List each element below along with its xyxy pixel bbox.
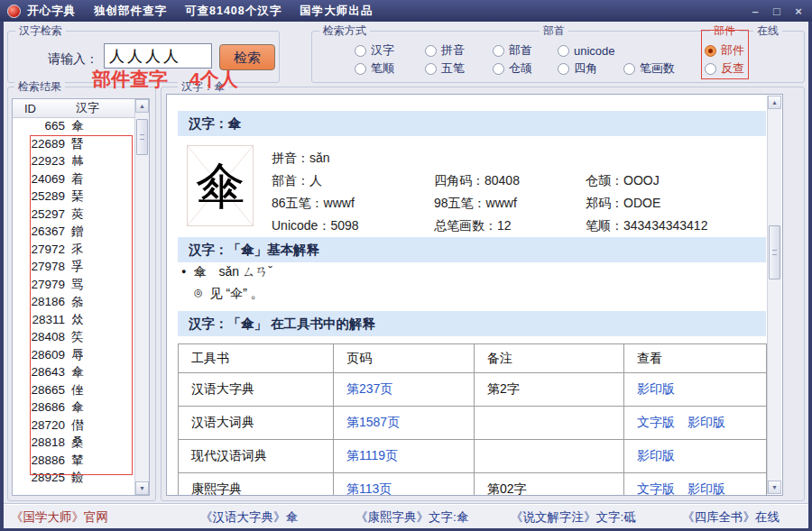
list-item[interactable]: 28643傘 <box>13 363 134 381</box>
table-row: 康熙字典第113页第02字文字版影印版 <box>179 473 767 497</box>
view-link[interactable]: 影印版 <box>637 381 675 396</box>
list-item[interactable]: 22689朁 <box>13 135 134 153</box>
detail-scrollbar[interactable]: ▲ ▼ <box>767 96 781 494</box>
scroll-down-button[interactable]: ▼ <box>768 481 781 494</box>
radio-option[interactable]: 笔顺 <box>355 61 394 76</box>
list-item[interactable]: 26367鏳 <box>13 223 134 241</box>
radio-circle-icon[interactable] <box>355 63 366 75</box>
radio-circle-icon[interactable] <box>425 63 437 75</box>
field-value: OOOJ <box>623 173 660 188</box>
table-row: 汉语大词典第1587页文字版影印版 <box>179 407 767 440</box>
radio-label: 四角 <box>574 60 597 77</box>
close-button[interactable]: × <box>792 5 805 18</box>
list-item[interactable]: 28408笶 <box>13 328 134 346</box>
radio-option[interactable]: 部首 <box>493 43 532 58</box>
list-item[interactable]: 28686傘 <box>13 398 134 417</box>
scrollbar-thumb[interactable] <box>136 119 148 155</box>
view-link[interactable]: 影印版 <box>687 415 725 429</box>
definition-line: ●傘 sǎn ㄙㄢˇ <box>181 264 272 280</box>
result-char: 鐱 <box>71 469 84 487</box>
list-item[interactable]: 28311𠈌 <box>13 311 134 329</box>
status-link[interactable]: 《汉语大字典》傘 <box>200 509 298 526</box>
radio-circle-icon[interactable] <box>425 45 437 57</box>
page-link[interactable]: 第1119页 <box>346 448 398 462</box>
radio-option[interactable]: 汉字 <box>355 43 394 58</box>
book-name-cell: 汉语大词典 <box>179 407 334 440</box>
view-link[interactable]: 影印版 <box>687 481 725 496</box>
list-item[interactable]: 28665侳 <box>13 381 134 399</box>
radio-circle-icon[interactable] <box>705 45 716 57</box>
maximize-button[interactable]: □ <box>770 5 783 18</box>
list-item[interactable]: 27972乑 <box>13 241 134 259</box>
definition-text: 见 “伞” 。 <box>210 286 263 300</box>
list-item[interactable]: 25289琹 <box>13 188 134 206</box>
basic-definitions: ●傘 sǎn ㄙㄢˇ◎见 “伞” 。 <box>181 264 741 309</box>
status-link[interactable]: 《国学大师》官网 <box>11 509 108 526</box>
list-item[interactable]: 28886輦 <box>13 452 134 470</box>
radio-option[interactable]: 拼音 <box>425 43 465 58</box>
scroll-up-button[interactable]: ▲ <box>135 99 149 113</box>
list-item[interactable]: 28720僣 <box>13 417 134 435</box>
minimize-button[interactable]: – <box>749 5 761 18</box>
radio-label: 汉字 <box>371 42 394 59</box>
radio-circle-icon[interactable] <box>705 63 716 75</box>
radio-option[interactable]: 反查 <box>705 61 744 76</box>
list-item[interactable]: 28186叅 <box>13 293 134 311</box>
radio-circle-icon[interactable] <box>558 45 569 57</box>
field-value: ODOE <box>623 196 660 210</box>
result-id: 22923 <box>13 152 65 170</box>
scrollbar-thumb[interactable] <box>769 225 780 279</box>
radio-option[interactable]: 笔画数 <box>623 61 675 76</box>
book-name-cell: 汉语大字典 <box>179 373 334 407</box>
table-column-header: 查看 <box>624 344 767 373</box>
radio-circle-icon[interactable] <box>493 45 504 57</box>
scroll-down-button[interactable]: ▼ <box>135 481 149 495</box>
view-link[interactable]: 影印版 <box>637 448 675 462</box>
radio-option[interactable]: 仓颉 <box>493 61 532 76</box>
field: 98五笔wwwf <box>434 196 517 212</box>
list-item[interactable]: 28818桑 <box>13 434 134 452</box>
radio-grid: 汉字笔顺拼音五笔部首仓颉unicode四角笔画数部件反查 <box>312 32 804 82</box>
status-link[interactable]: 《说文解字注》文字:砥 <box>511 509 636 526</box>
list-item[interactable]: 665傘 <box>13 117 134 135</box>
list-item[interactable]: 27978孚 <box>13 258 134 276</box>
field-label: 拼音 <box>272 151 309 165</box>
page-cell: 第237页 <box>334 373 475 407</box>
status-link[interactable]: 《四库全书》在线 <box>682 509 780 526</box>
list-item[interactable]: 22923𣏟 <box>13 152 134 170</box>
list-item[interactable]: 24069着 <box>13 170 134 188</box>
char-fields: 拼音sǎn部首人四角码80408仓颉OOOJ86五笔wwwf98五笔wwwf郑码… <box>272 151 770 244</box>
scroll-up-button[interactable]: ▲ <box>768 96 781 109</box>
character-search-input[interactable] <box>104 43 212 69</box>
page-link[interactable]: 第237页 <box>346 381 392 396</box>
status-link[interactable]: 《康熙字典》文字:傘 <box>355 509 468 526</box>
view-link[interactable]: 文字版 <box>637 415 675 429</box>
list-item[interactable]: 28609辱 <box>13 346 134 364</box>
result-id: 22689 <box>13 135 65 153</box>
list-item[interactable]: 27979骂 <box>13 276 134 294</box>
radio-option[interactable]: unicode <box>558 43 615 58</box>
result-char: 乑 <box>71 241 84 259</box>
radio-circle-icon[interactable] <box>355 45 366 57</box>
list-item[interactable]: 28925鐱 <box>13 469 134 487</box>
result-id: 27978 <box>13 258 65 276</box>
page-link[interactable]: 第1587页 <box>346 415 400 429</box>
view-link[interactable]: 文字版 <box>637 481 675 496</box>
radio-circle-icon[interactable] <box>623 63 635 75</box>
section-header-basic-definition: 汉字：「傘」基本解释 <box>178 237 766 262</box>
radio-option[interactable]: 部件 <box>705 43 744 58</box>
results-scrollbar[interactable]: ▲ ▼ <box>134 99 149 495</box>
section-header-reference-books: 汉字：「傘」 在工具书中的解释 <box>178 311 766 336</box>
result-char: 叅 <box>71 293 84 311</box>
radio-option[interactable]: 五笔 <box>425 61 465 76</box>
radio-option[interactable]: 四角 <box>558 61 597 76</box>
results-group-label: 检索结果 <box>14 81 65 93</box>
radio-circle-icon[interactable] <box>493 63 504 75</box>
character-detail-panel: 汉字：傘 傘 拼音sǎn部首人四角码80408仓颉OOOJ86五笔wwwf98五… <box>166 94 783 496</box>
character-glyph-box: 傘 <box>187 145 254 226</box>
page-link[interactable]: 第113页 <box>346 481 392 496</box>
result-id: 28686 <box>13 398 65 417</box>
radio-circle-icon[interactable] <box>558 63 569 75</box>
view-cell: 文字版影印版 <box>624 407 767 440</box>
list-item[interactable]: 25297莢 <box>13 206 134 224</box>
